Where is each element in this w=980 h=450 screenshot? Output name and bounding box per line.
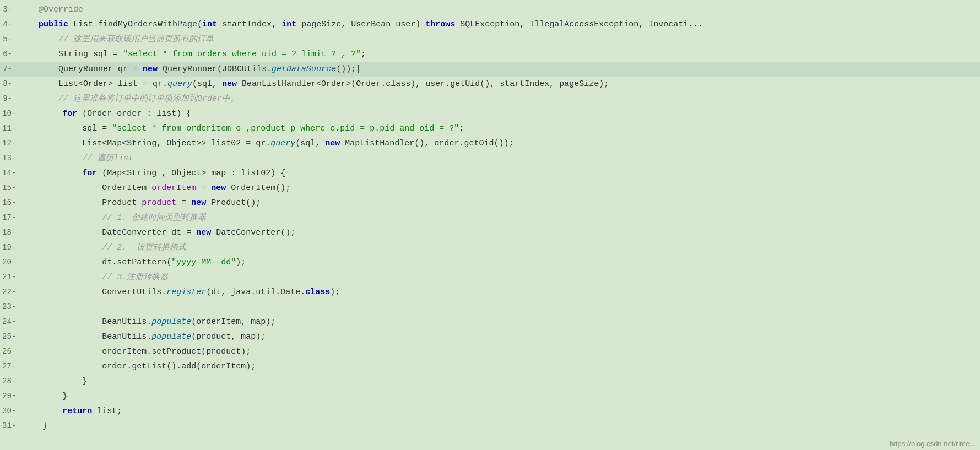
code-token: new — [222, 79, 237, 89]
line-content: } — [23, 419, 980, 433]
code-line: 31- } — [0, 419, 980, 433]
code-token: (dt, java.util.Date. — [206, 288, 305, 297]
code-line: 9- // 这里准备将订单中的订单项添加到Order中。 — [0, 91, 980, 106]
line-number: 6- — [2, 47, 19, 61]
code-token: startIndex, — [217, 20, 281, 29]
code-token: BeanListHandler<Order>(Order.class), use… — [237, 79, 609, 89]
code-token: int — [202, 20, 217, 29]
line-number: 13- — [2, 151, 23, 165]
code-line: 28- } — [0, 374, 980, 389]
code-token: QueryRunner qr = — [19, 64, 143, 74]
line-number: 30- — [2, 404, 23, 418]
code-token: // 这里用来获取该用户当前页所有的订单 — [58, 35, 214, 44]
line-number: 31- — [2, 419, 23, 433]
code-line: 11- sql = "select * from orderitem o ,pr… — [0, 121, 980, 136]
code-token: ); — [236, 258, 246, 267]
code-line: 29- } — [0, 389, 980, 404]
code-line: 15- OrderItem orderItem = new OrderItem(… — [0, 181, 980, 196]
code-token: new — [325, 139, 340, 148]
code-token — [19, 35, 58, 44]
code-token: (Order order : list) { — [77, 109, 191, 118]
line-content: @Override — [19, 3, 980, 17]
code-line: 18- DateConverter dt = new DateConverter… — [0, 225, 980, 240]
code-token — [19, 20, 39, 29]
line-content: } — [23, 375, 980, 389]
code-token: query — [167, 79, 192, 89]
line-number: 11- — [2, 121, 23, 135]
code-token: ; — [361, 50, 366, 59]
code-line: 13- // 遍历list — [0, 151, 980, 166]
code-token: throws — [425, 20, 455, 29]
code-token — [23, 169, 82, 178]
code-token: register — [166, 288, 206, 297]
line-content: QueryRunner qr = new QueryRunner(JDBCUti… — [19, 62, 980, 77]
code-token: } — [23, 421, 47, 431]
code-line: 14- for (Map<String , Object> map : list… — [0, 166, 980, 181]
line-content: List<Map<String, Object>> list02 = qr.qu… — [23, 137, 980, 151]
code-line: 19- // 2. 设置转换格式 — [0, 240, 980, 255]
line-content: ConvertUtils.register(dt, java.util.Date… — [23, 285, 980, 300]
code-token: public — [39, 20, 68, 29]
line-content: for (Order order : list) { — [23, 107, 980, 121]
code-token — [23, 302, 102, 312]
code-token: } — [23, 377, 87, 386]
code-token — [19, 94, 58, 104]
code-line: 26- orderItem.setProduct(product); — [0, 344, 980, 359]
code-token: orderItem.setProduct(product); — [23, 347, 251, 356]
line-content: // 这里用来获取该用户当前页所有的订单 — [19, 32, 980, 47]
code-token: OrderItem(); — [226, 183, 290, 193]
line-number: 18- — [2, 225, 23, 240]
code-token: class — [305, 288, 330, 297]
line-number: 4- — [2, 17, 19, 31]
line-number: 16- — [2, 196, 23, 210]
line-number: 7- — [2, 62, 19, 76]
code-line: 5- // 这里用来获取该用户当前页所有的订单 — [0, 32, 980, 47]
code-token: dt.setPattern( — [23, 258, 171, 267]
code-token: String sql = — [19, 50, 123, 59]
code-token — [23, 154, 82, 163]
code-line: 21- // 3.注册转换器 — [0, 270, 980, 285]
line-content: // 3.注册转换器 — [23, 270, 980, 285]
code-token: findMyOrdersWithPage — [98, 20, 197, 29]
line-number: 26- — [2, 344, 23, 359]
line-content: public List findMyOrdersWithPage(int sta… — [19, 18, 980, 32]
line-content: return list; — [23, 404, 980, 419]
code-line: 30- return list; — [0, 404, 980, 419]
line-number: 22- — [2, 285, 23, 299]
code-token: // 遍历list — [82, 154, 133, 163]
line-content: } — [23, 389, 980, 404]
line-content: Product product = new Product(); — [23, 196, 980, 210]
code-token: (sql, — [295, 139, 325, 148]
line-number: 23- — [2, 300, 23, 314]
code-token: BeanUtils. — [23, 317, 151, 327]
code-token: (product, map); — [191, 332, 266, 341]
code-line: 23- — [0, 300, 980, 315]
line-number: 29- — [2, 389, 23, 403]
code-token: "yyyy-MM--dd" — [171, 258, 236, 267]
code-token: sql = — [23, 124, 112, 133]
code-token — [23, 243, 102, 252]
line-number: 5- — [2, 32, 19, 46]
code-token: new — [196, 228, 211, 237]
code-token: (sql, — [192, 79, 222, 89]
line-content: // 1. 创建时间类型转换器 — [23, 211, 980, 225]
code-token: DateConverter dt = — [23, 228, 196, 237]
line-number: 25- — [2, 329, 23, 344]
code-token: order.getList().add(orderItem); — [23, 362, 256, 371]
line-content — [23, 300, 980, 315]
code-token: ); — [330, 288, 340, 297]
code-token: for — [82, 169, 97, 178]
line-content: List<Order> list = qr.query(sql, new Bea… — [19, 77, 980, 91]
code-line: 20- dt.setPattern("yyyy-MM--dd"); — [0, 255, 980, 270]
line-content: // 遍历list — [23, 151, 980, 166]
code-token: // 这里准备将订单中的订单项添加到Order中。 — [58, 94, 239, 104]
line-number: 9- — [2, 91, 19, 106]
code-token: for — [62, 109, 77, 118]
code-line: 12- List<Map<String, Object>> list02 = q… — [0, 136, 980, 151]
line-content: BeanUtils.populate(product, map); — [23, 330, 980, 344]
code-token: (Map<String , Object> map : list02) { — [97, 169, 285, 178]
code-token: getDataSource — [272, 64, 336, 74]
line-content: String sql = "select * from orders where… — [19, 47, 980, 62]
line-content: // 2. 设置转换格式 — [23, 241, 980, 255]
code-token: MapListHandler(), order.getOid()); — [340, 139, 513, 148]
